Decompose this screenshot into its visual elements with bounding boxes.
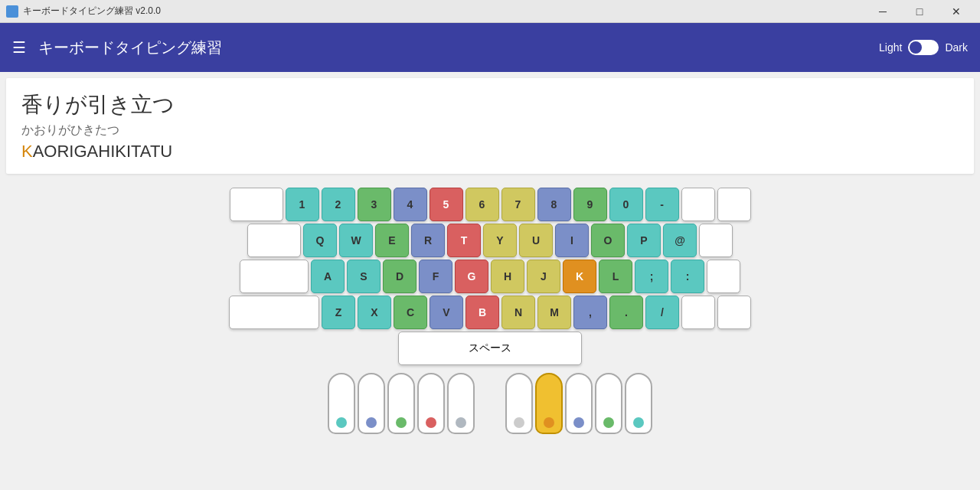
app-bar: ☰ キーボードタイピング練習 Light Dark bbox=[0, 23, 980, 72]
key-blank-5[interactable] bbox=[707, 260, 740, 293]
left-pinky-dot bbox=[336, 417, 347, 428]
key-1[interactable]: 1 bbox=[286, 188, 319, 221]
right-ring-dot bbox=[603, 417, 614, 428]
left-index-dot bbox=[426, 417, 436, 428]
key-blank-6[interactable] bbox=[681, 296, 715, 329]
left-ring bbox=[358, 373, 385, 434]
key-period[interactable]: . bbox=[609, 296, 643, 329]
svg-rect-0 bbox=[8, 7, 17, 16]
key-j[interactable]: J bbox=[527, 260, 560, 293]
key-8[interactable]: 8 bbox=[537, 188, 571, 221]
typed-chars: K bbox=[21, 142, 33, 161]
key-r[interactable]: R bbox=[411, 224, 445, 257]
key-s[interactable]: S bbox=[347, 260, 381, 293]
key-colon[interactable]: : bbox=[671, 260, 704, 293]
key-u[interactable]: U bbox=[519, 224, 553, 257]
key-blank-1[interactable] bbox=[230, 188, 283, 221]
key-row-zxcv: Z X C V B N M , . / bbox=[229, 296, 751, 329]
key-blank-3[interactable] bbox=[717, 188, 751, 221]
theme-dark-label: Dark bbox=[945, 41, 968, 54]
key-v[interactable]: V bbox=[430, 296, 463, 329]
key-h[interactable]: H bbox=[491, 260, 524, 293]
key-tab[interactable] bbox=[247, 224, 301, 257]
left-thumb-dot bbox=[456, 417, 466, 428]
key-q[interactable]: Q bbox=[303, 224, 337, 257]
right-thumb bbox=[505, 373, 533, 434]
key-b[interactable]: B bbox=[466, 296, 499, 329]
key-caps[interactable] bbox=[240, 260, 309, 293]
practice-area: 香りが引き立つ かおりがひきたつ KAORIGAHIKITATU bbox=[6, 78, 974, 174]
left-pinky bbox=[328, 373, 355, 434]
left-thumb bbox=[447, 373, 475, 434]
left-hand bbox=[328, 373, 475, 434]
theme-light-label: Light bbox=[879, 41, 902, 54]
key-3[interactable]: 3 bbox=[358, 188, 391, 221]
right-ring bbox=[595, 373, 622, 434]
key-g[interactable]: G bbox=[455, 260, 488, 293]
right-middle bbox=[565, 373, 593, 434]
right-thumb-dot bbox=[514, 417, 524, 428]
key-e[interactable]: E bbox=[375, 224, 409, 257]
left-middle-dot bbox=[396, 417, 407, 428]
key-blank-4[interactable] bbox=[699, 224, 733, 257]
app-bar-left: ☰ キーボードタイピング練習 bbox=[12, 38, 222, 58]
key-t[interactable]: T bbox=[447, 224, 481, 257]
key-comma[interactable]: , bbox=[573, 296, 607, 329]
key-7[interactable]: 7 bbox=[501, 188, 535, 221]
key-c[interactable]: C bbox=[394, 296, 427, 329]
menu-button[interactable]: ☰ bbox=[12, 38, 26, 57]
key-semicolon[interactable]: ; bbox=[635, 260, 668, 293]
key-minus[interactable]: - bbox=[645, 188, 679, 221]
remaining-chars: AORIGAHIKITATU bbox=[33, 142, 173, 161]
key-o[interactable]: O bbox=[591, 224, 625, 257]
key-9[interactable]: 9 bbox=[573, 188, 607, 221]
hand-diagram bbox=[0, 373, 980, 434]
key-a[interactable]: A bbox=[311, 260, 345, 293]
theme-switch[interactable] bbox=[908, 40, 939, 55]
right-pinky bbox=[625, 373, 652, 434]
key-blank-7[interactable] bbox=[717, 296, 751, 329]
right-hand bbox=[505, 373, 652, 434]
keyboard: 1 2 3 4 5 6 7 8 9 0 - Q W E R T Y U I O … bbox=[0, 180, 980, 370]
left-middle bbox=[387, 373, 415, 434]
key-k[interactable]: K bbox=[563, 260, 596, 293]
key-0[interactable]: 0 bbox=[609, 188, 643, 221]
key-shift-left[interactable] bbox=[229, 296, 319, 329]
minimize-button[interactable]: ─ bbox=[865, 0, 900, 23]
right-middle-dot bbox=[573, 417, 584, 428]
key-blank-2[interactable] bbox=[681, 188, 715, 221]
title-bar-left: キーボードタイピング練習 v2.0.0 bbox=[6, 5, 161, 18]
key-at[interactable]: @ bbox=[663, 224, 697, 257]
key-i[interactable]: I bbox=[555, 224, 589, 257]
toggle-knob bbox=[910, 41, 922, 54]
key-4[interactable]: 4 bbox=[394, 188, 427, 221]
typing-progress: KAORIGAHIKITATU bbox=[21, 142, 959, 162]
key-row-numbers: 1 2 3 4 5 6 7 8 9 0 - bbox=[230, 188, 751, 221]
right-pinky-dot bbox=[633, 417, 644, 428]
key-n[interactable]: N bbox=[501, 296, 535, 329]
key-l[interactable]: L bbox=[599, 260, 632, 293]
key-row-asdf: A S D F G H J K L ; : bbox=[240, 260, 740, 293]
key-row-qwerty: Q W E R T Y U I O P @ bbox=[247, 224, 733, 257]
key-d[interactable]: D bbox=[383, 260, 416, 293]
key-p[interactable]: P bbox=[627, 224, 661, 257]
maximize-button[interactable]: □ bbox=[902, 0, 937, 23]
key-2[interactable]: 2 bbox=[322, 188, 355, 221]
key-m[interactable]: M bbox=[537, 296, 571, 329]
key-z[interactable]: Z bbox=[322, 296, 355, 329]
key-w[interactable]: W bbox=[339, 224, 373, 257]
close-button[interactable]: ✕ bbox=[939, 0, 974, 23]
space-key[interactable]: スペース bbox=[398, 332, 582, 365]
key-y[interactable]: Y bbox=[483, 224, 517, 257]
key-5[interactable]: 5 bbox=[430, 188, 463, 221]
app-title: キーボードタイピング練習 bbox=[38, 38, 222, 58]
romaji-hint: かおりがひきたつ bbox=[21, 122, 959, 139]
key-slash[interactable]: / bbox=[645, 296, 679, 329]
key-f[interactable]: F bbox=[419, 260, 452, 293]
key-6[interactable]: 6 bbox=[466, 188, 499, 221]
title-bar-text: キーボードタイピング練習 v2.0.0 bbox=[23, 5, 161, 18]
title-bar-controls: ─ □ ✕ bbox=[865, 0, 974, 23]
japanese-text: 香りが引き立つ bbox=[21, 90, 959, 119]
right-index-dot bbox=[544, 417, 554, 428]
key-x[interactable]: X bbox=[358, 296, 391, 329]
